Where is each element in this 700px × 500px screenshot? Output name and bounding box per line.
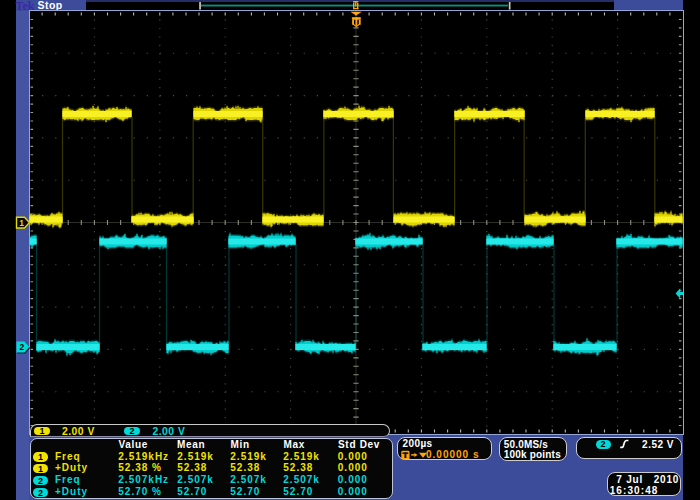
svg-text:2: 2 [19, 342, 24, 352]
svg-text:1: 1 [19, 218, 24, 228]
